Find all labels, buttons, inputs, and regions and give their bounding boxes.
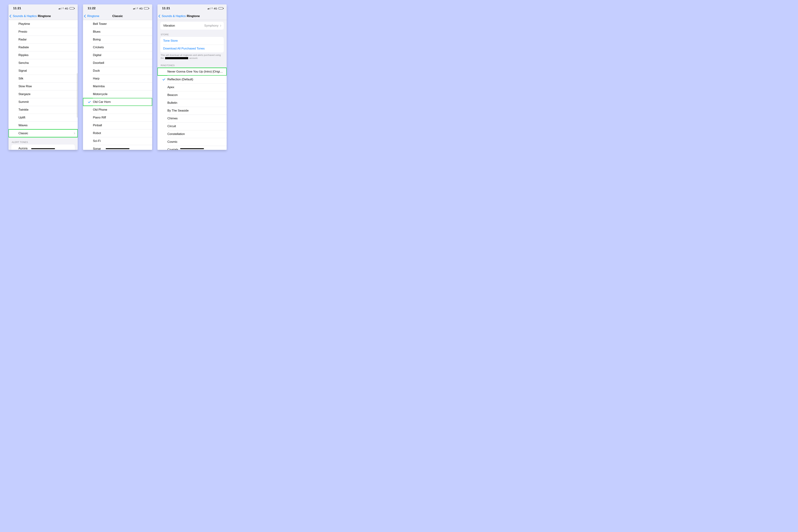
list-item[interactable]: Beacon — [157, 91, 227, 99]
store-header: STORE — [157, 30, 227, 37]
list-item[interactable]: Uplift — [8, 114, 78, 121]
content[interactable]: PlaytimePrestoRadarRadiateRipplesSenchaS… — [8, 20, 78, 150]
list-item[interactable]: Summit — [8, 98, 78, 106]
list-item[interactable]: Stargaze — [8, 90, 78, 98]
row-label: Boing — [93, 38, 149, 41]
row-label: Stargaze — [11, 92, 75, 96]
download-purchased-link[interactable]: Download All Purchased Tones — [160, 45, 224, 53]
list-item[interactable]: Blues — [83, 28, 152, 36]
row-label: Sci-Fi — [93, 139, 149, 143]
scrollbar[interactable] — [77, 73, 77, 118]
home-indicator[interactable] — [180, 148, 204, 149]
store-section: Tone Store Download All Purchased Tones — [160, 37, 224, 53]
list-item[interactable]: Slow Rise — [8, 82, 78, 90]
selected-tone-row[interactable]: Reflection (Default) — [157, 76, 227, 83]
row-label: Playtime — [11, 22, 75, 26]
classic-row-highlighted: Classic — [8, 129, 78, 137]
list-item[interactable]: Cosmic — [157, 138, 227, 146]
network-label: 4G — [214, 7, 217, 10]
list-item[interactable]: Sci-Fi — [83, 137, 152, 145]
list-item[interactable]: Circuit — [157, 122, 227, 130]
row-label: Sencha — [11, 61, 75, 65]
chevron-left-icon — [158, 15, 162, 18]
signal-icon — [133, 7, 136, 10]
vibration-row[interactable]: Vibration Symphony — [160, 22, 224, 30]
content[interactable]: Bell TowerBluesBoingCricketsDigitalDoorb… — [83, 20, 152, 150]
list-item[interactable]: Waves — [8, 121, 78, 129]
row-label: Slow Rise — [11, 84, 75, 88]
tone-store-link[interactable]: Tone Store — [160, 37, 224, 45]
row-label: Marimba — [93, 84, 149, 88]
checkmark-icon — [160, 79, 167, 80]
signal-alert-icon: ! — [137, 7, 138, 10]
alert-tones-header: ALERT TONES — [8, 137, 78, 145]
list-item[interactable]: Playtime — [8, 20, 78, 28]
list-item[interactable]: Boing — [83, 36, 152, 43]
list-item[interactable]: Robot — [83, 129, 152, 137]
row-label: Chimes — [167, 117, 224, 120]
row-label: Cosmic — [167, 140, 224, 144]
chevron-right-icon — [73, 132, 75, 134]
classic-row[interactable]: Classic — [8, 130, 78, 137]
list-item[interactable]: Radiate — [8, 43, 78, 51]
list-item[interactable]: Twinkle — [8, 106, 78, 114]
nav-bar: Ringtone Classic — [83, 12, 152, 20]
battery-icon — [218, 7, 223, 10]
list-item[interactable]: Doorbell — [83, 59, 152, 67]
list-item[interactable]: Harp — [83, 75, 152, 82]
row-value: Symphony — [204, 24, 218, 27]
list-item[interactable]: Motorcycle — [83, 90, 152, 98]
row-label: Doorbell — [93, 61, 149, 65]
list-item[interactable]: Chimes — [157, 115, 227, 122]
row-label: Harp — [93, 77, 149, 80]
back-label: Sounds & Haptics — [162, 14, 186, 18]
row-label: Bell Tower — [93, 22, 149, 26]
list-item[interactable]: Crystals — [157, 146, 227, 150]
row-label: Motorcycle — [93, 92, 149, 96]
back-button[interactable]: Sounds & Haptics — [159, 14, 186, 18]
selected-tone-row[interactable]: Old Car Horn — [83, 98, 152, 106]
list-item[interactable]: Signal — [8, 67, 78, 75]
ringtone-list: PlaytimePrestoRadarRadiateRipplesSenchaS… — [8, 20, 78, 129]
list-item[interactable]: Constellation — [157, 130, 227, 138]
battery-icon — [70, 7, 74, 10]
list-item[interactable]: By The Seaside — [157, 107, 227, 115]
list-item[interactable]: Presto — [8, 28, 78, 36]
list-item[interactable]: Bell Tower — [83, 20, 152, 28]
chevron-left-icon — [84, 15, 87, 18]
signal-alert-icon: ! — [212, 7, 212, 10]
status-right: ! 4G — [208, 7, 223, 10]
custom-ringtone-highlighted[interactable]: Never Gonna Give You Up (Intro) [Origi… — [157, 68, 227, 76]
row-label: Summit — [11, 100, 75, 104]
checkmark-icon — [86, 101, 93, 102]
list-item[interactable]: Pinball — [83, 121, 152, 129]
home-indicator[interactable] — [106, 148, 130, 149]
home-indicator[interactable] — [31, 148, 55, 149]
back-button[interactable]: Sounds & Haptics — [10, 14, 37, 18]
row-label: Twinkle — [11, 108, 75, 112]
content[interactable]: Vibration Symphony STORE Tone Store Down… — [157, 20, 227, 150]
back-label: Sounds & Haptics — [13, 14, 37, 18]
list-item[interactable]: Crickets — [83, 43, 152, 51]
list-item[interactable]: Radar — [8, 36, 78, 43]
store-footnote: This will download all ringtones and ale… — [157, 53, 227, 60]
list-item[interactable]: Duck — [83, 67, 152, 75]
list-item[interactable]: Digital — [83, 51, 152, 59]
back-button[interactable]: Ringtone — [84, 14, 99, 18]
list-item[interactable]: Ripples — [8, 51, 78, 59]
list-item[interactable]: Apex — [157, 83, 227, 91]
list-item[interactable]: Piano Riff — [83, 114, 152, 121]
list-item[interactable]: Silk — [8, 75, 78, 82]
status-time: 11:22 — [88, 6, 96, 10]
screenshot-2: 11:22 ! 4G Ringtone Classic Bell TowerBl… — [83, 4, 152, 150]
list-item[interactable]: Old Phone — [83, 106, 152, 114]
row-label: Robot — [93, 131, 149, 135]
list-item[interactable]: Marimba — [83, 82, 152, 90]
row-label: Radar — [11, 38, 75, 41]
list-item[interactable]: Sencha — [8, 59, 78, 67]
row-label: Ripples — [11, 53, 75, 57]
row-label: Signal — [11, 69, 75, 73]
row-label: Reflection (Default) — [167, 78, 224, 81]
list-item[interactable]: Bulletin — [157, 99, 227, 107]
row-label: Uplift — [11, 116, 75, 119]
